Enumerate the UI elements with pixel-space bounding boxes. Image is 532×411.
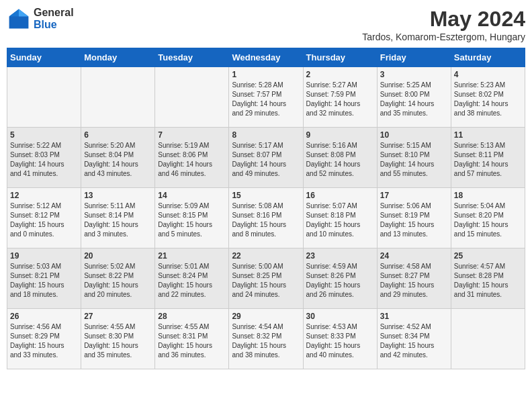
header-saturday: Saturday [451, 48, 525, 67]
day-number: 1 [232, 70, 300, 79]
calendar-cell: 25Sunrise: 4:57 AM Sunset: 8:28 PM Dayli… [451, 248, 525, 309]
cell-content: Sunrise: 5:25 AM Sunset: 8:00 PM Dayligh… [380, 81, 448, 118]
title-area: May 2024 Tardos, Komarom-Esztergom, Hung… [362, 7, 525, 42]
cell-content: Sunrise: 5:11 AM Sunset: 8:14 PM Dayligh… [84, 201, 152, 239]
day-number: 7 [158, 130, 226, 140]
day-number: 10 [380, 130, 448, 140]
header-row: SundayMondayTuesdayWednesdayThursdayFrid… [7, 48, 525, 67]
cell-content: Sunrise: 5:01 AM Sunset: 8:24 PM Dayligh… [158, 262, 226, 300]
cell-content: Sunrise: 5:09 AM Sunset: 8:15 PM Dayligh… [158, 201, 226, 239]
calendar-cell: 30Sunrise: 4:53 AM Sunset: 8:33 PM Dayli… [303, 309, 377, 369]
calendar-cell [81, 67, 155, 128]
day-number: 24 [380, 251, 448, 261]
cell-content: Sunrise: 5:03 AM Sunset: 8:21 PM Dayligh… [10, 262, 78, 300]
logo-icon [7, 7, 31, 31]
header: General Blue May 2024 Tardos, Komarom-Es… [7, 7, 525, 42]
cell-content: Sunrise: 5:20 AM Sunset: 8:04 PM Dayligh… [84, 141, 152, 179]
header-tuesday: Tuesday [155, 48, 229, 67]
calendar-row-0: 1Sunrise: 5:28 AM Sunset: 7:57 PM Daylig… [7, 67, 525, 128]
cell-content: Sunrise: 5:02 AM Sunset: 8:22 PM Dayligh… [84, 262, 152, 300]
day-number: 15 [232, 191, 300, 200]
day-number: 14 [158, 191, 226, 200]
day-number: 17 [380, 191, 448, 200]
cell-content: Sunrise: 4:59 AM Sunset: 8:26 PM Dayligh… [306, 262, 374, 300]
day-number: 30 [306, 312, 374, 321]
calendar-cell: 12Sunrise: 5:12 AM Sunset: 8:12 PM Dayli… [7, 188, 81, 248]
day-number: 31 [380, 312, 448, 321]
calendar-cell: 28Sunrise: 4:55 AM Sunset: 8:31 PM Dayli… [155, 309, 229, 369]
cell-content: Sunrise: 4:55 AM Sunset: 8:31 PM Dayligh… [158, 322, 226, 360]
calendar-cell: 10Sunrise: 5:15 AM Sunset: 8:10 PM Dayli… [377, 128, 451, 188]
calendar-cell: 31Sunrise: 4:52 AM Sunset: 8:34 PM Dayli… [377, 309, 451, 369]
calendar-row-4: 26Sunrise: 4:56 AM Sunset: 8:29 PM Dayli… [7, 309, 525, 369]
calendar-cell: 6Sunrise: 5:20 AM Sunset: 8:04 PM Daylig… [81, 128, 155, 188]
cell-content: Sunrise: 5:17 AM Sunset: 8:07 PM Dayligh… [232, 141, 300, 179]
day-number: 12 [10, 191, 78, 200]
cell-content: Sunrise: 5:08 AM Sunset: 8:16 PM Dayligh… [232, 201, 300, 239]
day-number: 19 [10, 251, 78, 261]
calendar-cell: 19Sunrise: 5:03 AM Sunset: 8:21 PM Dayli… [7, 248, 81, 309]
calendar-cell: 1Sunrise: 5:28 AM Sunset: 7:57 PM Daylig… [229, 67, 303, 128]
calendar-cell: 8Sunrise: 5:17 AM Sunset: 8:07 PM Daylig… [229, 128, 303, 188]
cell-content: Sunrise: 4:56 AM Sunset: 8:29 PM Dayligh… [10, 322, 78, 360]
cell-content: Sunrise: 5:07 AM Sunset: 8:18 PM Dayligh… [306, 201, 374, 239]
cell-content: Sunrise: 5:04 AM Sunset: 8:20 PM Dayligh… [454, 201, 522, 239]
calendar-row-3: 19Sunrise: 5:03 AM Sunset: 8:21 PM Dayli… [7, 248, 525, 309]
calendar-cell: 23Sunrise: 4:59 AM Sunset: 8:26 PM Dayli… [303, 248, 377, 309]
calendar-cell: 20Sunrise: 5:02 AM Sunset: 8:22 PM Dayli… [81, 248, 155, 309]
calendar-body: 1Sunrise: 5:28 AM Sunset: 7:57 PM Daylig… [7, 67, 525, 369]
logo-text: General Blue [34, 7, 74, 30]
calendar-cell: 26Sunrise: 4:56 AM Sunset: 8:29 PM Dayli… [7, 309, 81, 369]
calendar-cell: 22Sunrise: 5:00 AM Sunset: 8:25 PM Dayli… [229, 248, 303, 309]
month-year-title: May 2024 [362, 7, 525, 32]
calendar-cell [7, 67, 81, 128]
cell-content: Sunrise: 4:57 AM Sunset: 8:28 PM Dayligh… [454, 262, 522, 300]
calendar-cell: 13Sunrise: 5:11 AM Sunset: 8:14 PM Dayli… [81, 188, 155, 248]
calendar-cell: 14Sunrise: 5:09 AM Sunset: 8:15 PM Dayli… [155, 188, 229, 248]
cell-content: Sunrise: 5:28 AM Sunset: 7:57 PM Dayligh… [232, 81, 300, 118]
day-number: 26 [10, 312, 78, 321]
cell-content: Sunrise: 5:27 AM Sunset: 7:59 PM Dayligh… [306, 81, 374, 118]
svg-marker-1 [19, 9, 28, 17]
day-number: 28 [158, 312, 226, 321]
cell-content: Sunrise: 5:15 AM Sunset: 8:10 PM Dayligh… [380, 141, 448, 179]
cell-content: Sunrise: 5:22 AM Sunset: 8:03 PM Dayligh… [10, 141, 78, 179]
cell-content: Sunrise: 5:16 AM Sunset: 8:08 PM Dayligh… [306, 141, 374, 179]
day-number: 22 [232, 251, 300, 261]
location-text: Tardos, Komarom-Esztergom, Hungary [362, 32, 525, 42]
calendar-cell: 2Sunrise: 5:27 AM Sunset: 7:59 PM Daylig… [303, 67, 377, 128]
calendar-cell: 7Sunrise: 5:19 AM Sunset: 8:06 PM Daylig… [155, 128, 229, 188]
calendar-cell: 15Sunrise: 5:08 AM Sunset: 8:16 PM Dayli… [229, 188, 303, 248]
cell-content: Sunrise: 5:13 AM Sunset: 8:11 PM Dayligh… [454, 141, 522, 179]
calendar-cell: 29Sunrise: 4:54 AM Sunset: 8:32 PM Dayli… [229, 309, 303, 369]
day-number: 2 [306, 70, 374, 79]
header-wednesday: Wednesday [229, 48, 303, 67]
cell-content: Sunrise: 5:19 AM Sunset: 8:06 PM Dayligh… [158, 141, 226, 179]
day-number: 16 [306, 191, 374, 200]
cell-content: Sunrise: 4:54 AM Sunset: 8:32 PM Dayligh… [232, 322, 300, 360]
calendar-cell: 18Sunrise: 5:04 AM Sunset: 8:20 PM Dayli… [451, 188, 525, 248]
calendar-cell: 9Sunrise: 5:16 AM Sunset: 8:08 PM Daylig… [303, 128, 377, 188]
calendar-row-1: 5Sunrise: 5:22 AM Sunset: 8:03 PM Daylig… [7, 128, 525, 188]
logo-blue-text: Blue [34, 19, 74, 31]
header-thursday: Thursday [303, 48, 377, 67]
calendar-cell: 27Sunrise: 4:55 AM Sunset: 8:30 PM Dayli… [81, 309, 155, 369]
calendar-cell: 24Sunrise: 4:58 AM Sunset: 8:27 PM Dayli… [377, 248, 451, 309]
cell-content: Sunrise: 5:06 AM Sunset: 8:19 PM Dayligh… [380, 201, 448, 239]
calendar-header: SundayMondayTuesdayWednesdayThursdayFrid… [7, 48, 525, 67]
calendar-table: SundayMondayTuesdayWednesdayThursdayFrid… [7, 48, 525, 369]
calendar-cell: 16Sunrise: 5:07 AM Sunset: 8:18 PM Dayli… [303, 188, 377, 248]
logo: General Blue [7, 7, 74, 31]
svg-marker-2 [9, 9, 19, 17]
cell-content: Sunrise: 5:23 AM Sunset: 8:02 PM Dayligh… [454, 81, 522, 118]
day-number: 27 [84, 312, 152, 321]
calendar-cell: 5Sunrise: 5:22 AM Sunset: 8:03 PM Daylig… [7, 128, 81, 188]
calendar-cell [155, 67, 229, 128]
calendar-row-2: 12Sunrise: 5:12 AM Sunset: 8:12 PM Dayli… [7, 188, 525, 248]
day-number: 29 [232, 312, 300, 321]
cell-content: Sunrise: 5:12 AM Sunset: 8:12 PM Dayligh… [10, 201, 78, 239]
day-number: 6 [84, 130, 152, 140]
calendar-cell: 3Sunrise: 5:25 AM Sunset: 8:00 PM Daylig… [377, 67, 451, 128]
day-number: 8 [232, 130, 300, 140]
cell-content: Sunrise: 4:58 AM Sunset: 8:27 PM Dayligh… [380, 262, 448, 300]
